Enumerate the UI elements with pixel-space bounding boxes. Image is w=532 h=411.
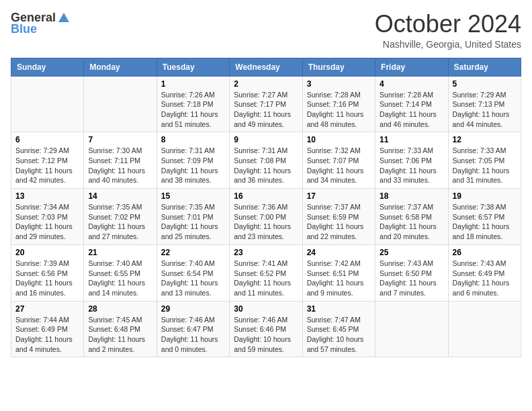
calendar-day-cell: 22Sunrise: 7:40 AM Sunset: 6:54 PM Dayli… xyxy=(157,244,229,301)
calendar-day-cell: 26Sunrise: 7:43 AM Sunset: 6:49 PM Dayli… xyxy=(448,244,521,301)
day-number: 21 xyxy=(88,248,152,257)
calendar-day-cell: 18Sunrise: 7:37 AM Sunset: 6:58 PM Dayli… xyxy=(375,189,448,245)
calendar-day-cell: 24Sunrise: 7:42 AM Sunset: 6:51 PM Dayli… xyxy=(302,244,375,301)
calendar-day-cell: 16Sunrise: 7:36 AM Sunset: 7:00 PM Dayli… xyxy=(230,189,302,245)
day-info: Sunrise: 7:42 AM Sunset: 6:51 PM Dayligh… xyxy=(307,259,371,298)
day-info: Sunrise: 7:29 AM Sunset: 7:13 PM Dayligh… xyxy=(453,90,517,130)
day-info: Sunrise: 7:30 AM Sunset: 7:11 PM Dayligh… xyxy=(88,146,152,185)
calendar-day-cell: 2Sunrise: 7:27 AM Sunset: 7:17 PM Daylig… xyxy=(230,76,302,132)
day-info: Sunrise: 7:33 AM Sunset: 7:06 PM Dayligh… xyxy=(380,146,443,185)
calendar-day-cell: 21Sunrise: 7:40 AM Sunset: 6:55 PM Dayli… xyxy=(84,244,157,301)
day-number: 17 xyxy=(307,191,371,201)
day-number: 29 xyxy=(161,304,225,314)
day-of-week-header: Monday xyxy=(84,58,157,76)
day-of-week-header: Wednesday xyxy=(230,58,302,76)
month-title: October 2024 xyxy=(375,11,521,38)
day-number: 26 xyxy=(453,248,517,257)
day-info: Sunrise: 7:32 AM Sunset: 7:07 PM Dayligh… xyxy=(307,146,371,185)
day-info: Sunrise: 7:28 AM Sunset: 7:14 PM Dayligh… xyxy=(380,90,443,130)
calendar-day-cell: 11Sunrise: 7:33 AM Sunset: 7:06 PM Dayli… xyxy=(375,132,448,189)
calendar-week-row: 27Sunrise: 7:44 AM Sunset: 6:49 PM Dayli… xyxy=(11,301,521,357)
day-info: Sunrise: 7:33 AM Sunset: 7:05 PM Dayligh… xyxy=(453,146,517,185)
calendar-day-cell: 19Sunrise: 7:38 AM Sunset: 6:57 PM Dayli… xyxy=(448,189,521,245)
day-of-week-header: Sunday xyxy=(11,58,84,76)
day-number: 2 xyxy=(234,79,298,89)
day-info: Sunrise: 7:39 AM Sunset: 6:56 PM Dayligh… xyxy=(15,259,79,298)
svg-marker-0 xyxy=(58,13,69,22)
logo: General Blue xyxy=(11,11,71,36)
calendar-day-cell: 25Sunrise: 7:43 AM Sunset: 6:50 PM Dayli… xyxy=(375,244,448,301)
day-info: Sunrise: 7:41 AM Sunset: 6:52 PM Dayligh… xyxy=(234,259,298,298)
header-row: SundayMondayTuesdayWednesdayThursdayFrid… xyxy=(11,58,521,76)
calendar-day-cell: 12Sunrise: 7:33 AM Sunset: 7:05 PM Dayli… xyxy=(448,132,521,189)
day-of-week-header: Saturday xyxy=(448,58,521,76)
day-info: Sunrise: 7:35 AM Sunset: 7:02 PM Dayligh… xyxy=(88,202,152,242)
calendar-day-cell: 4Sunrise: 7:28 AM Sunset: 7:14 PM Daylig… xyxy=(375,76,448,132)
logo-blue-text: Blue xyxy=(11,22,37,36)
calendar-day-cell: 17Sunrise: 7:37 AM Sunset: 6:59 PM Dayli… xyxy=(302,189,375,245)
calendar-day-cell xyxy=(11,76,84,132)
calendar-week-row: 1Sunrise: 7:26 AM Sunset: 7:18 PM Daylig… xyxy=(11,76,521,132)
day-info: Sunrise: 7:45 AM Sunset: 6:48 PM Dayligh… xyxy=(88,315,152,355)
day-info: Sunrise: 7:29 AM Sunset: 7:12 PM Dayligh… xyxy=(15,146,79,185)
calendar-day-cell: 8Sunrise: 7:31 AM Sunset: 7:09 PM Daylig… xyxy=(157,132,229,189)
calendar-day-cell: 30Sunrise: 7:46 AM Sunset: 6:46 PM Dayli… xyxy=(230,301,302,357)
calendar-table: SundayMondayTuesdayWednesdayThursdayFrid… xyxy=(11,58,521,358)
title-area: October 2024 Nashville, Georgia, United … xyxy=(375,11,521,50)
day-info: Sunrise: 7:43 AM Sunset: 6:49 PM Dayligh… xyxy=(453,259,517,298)
day-info: Sunrise: 7:47 AM Sunset: 6:45 PM Dayligh… xyxy=(307,315,371,355)
day-info: Sunrise: 7:43 AM Sunset: 6:50 PM Dayligh… xyxy=(380,259,443,298)
day-number: 18 xyxy=(380,191,443,201)
day-info: Sunrise: 7:36 AM Sunset: 7:00 PM Dayligh… xyxy=(234,202,298,242)
day-info: Sunrise: 7:46 AM Sunset: 6:47 PM Dayligh… xyxy=(161,315,225,355)
day-number: 19 xyxy=(453,191,517,201)
day-info: Sunrise: 7:40 AM Sunset: 6:55 PM Dayligh… xyxy=(88,259,152,298)
day-info: Sunrise: 7:40 AM Sunset: 6:54 PM Dayligh… xyxy=(161,259,225,298)
day-number: 15 xyxy=(161,191,225,201)
day-number: 31 xyxy=(307,304,371,314)
calendar-day-cell: 13Sunrise: 7:34 AM Sunset: 7:03 PM Dayli… xyxy=(11,189,84,245)
day-number: 1 xyxy=(161,79,225,89)
day-of-week-header: Friday xyxy=(375,58,448,76)
day-info: Sunrise: 7:37 AM Sunset: 6:59 PM Dayligh… xyxy=(307,202,371,242)
day-number: 25 xyxy=(380,248,443,257)
calendar-day-cell: 3Sunrise: 7:28 AM Sunset: 7:16 PM Daylig… xyxy=(302,76,375,132)
calendar-day-cell xyxy=(448,301,521,357)
calendar-day-cell: 5Sunrise: 7:29 AM Sunset: 7:13 PM Daylig… xyxy=(448,76,521,132)
calendar-day-cell: 20Sunrise: 7:39 AM Sunset: 6:56 PM Dayli… xyxy=(11,244,84,301)
calendar-day-cell: 31Sunrise: 7:47 AM Sunset: 6:45 PM Dayli… xyxy=(302,301,375,357)
day-info: Sunrise: 7:27 AM Sunset: 7:17 PM Dayligh… xyxy=(234,90,298,130)
day-info: Sunrise: 7:46 AM Sunset: 6:46 PM Dayligh… xyxy=(234,315,298,355)
calendar-header: SundayMondayTuesdayWednesdayThursdayFrid… xyxy=(11,58,521,76)
day-number: 30 xyxy=(234,304,298,314)
day-info: Sunrise: 7:31 AM Sunset: 7:09 PM Dayligh… xyxy=(161,146,225,185)
day-number: 10 xyxy=(307,135,371,144)
calendar-day-cell: 23Sunrise: 7:41 AM Sunset: 6:52 PM Dayli… xyxy=(230,244,302,301)
calendar-day-cell: 6Sunrise: 7:29 AM Sunset: 7:12 PM Daylig… xyxy=(11,132,84,189)
calendar-day-cell: 1Sunrise: 7:26 AM Sunset: 7:18 PM Daylig… xyxy=(157,76,229,132)
day-number: 9 xyxy=(234,135,298,144)
day-number: 8 xyxy=(161,135,225,144)
calendar-day-cell: 27Sunrise: 7:44 AM Sunset: 6:49 PM Dayli… xyxy=(11,301,84,357)
day-info: Sunrise: 7:35 AM Sunset: 7:01 PM Dayligh… xyxy=(161,202,225,242)
day-number: 13 xyxy=(15,191,79,201)
day-number: 12 xyxy=(453,135,517,144)
calendar-week-row: 6Sunrise: 7:29 AM Sunset: 7:12 PM Daylig… xyxy=(11,132,521,189)
calendar-day-cell: 28Sunrise: 7:45 AM Sunset: 6:48 PM Dayli… xyxy=(84,301,157,357)
location: Nashville, Georgia, United States xyxy=(375,39,521,50)
day-number: 4 xyxy=(380,79,443,89)
day-info: Sunrise: 7:26 AM Sunset: 7:18 PM Dayligh… xyxy=(161,90,225,130)
day-info: Sunrise: 7:28 AM Sunset: 7:16 PM Dayligh… xyxy=(307,90,371,130)
day-number: 14 xyxy=(88,191,152,201)
day-number: 6 xyxy=(15,135,79,144)
day-number: 3 xyxy=(307,79,371,89)
calendar-body: 1Sunrise: 7:26 AM Sunset: 7:18 PM Daylig… xyxy=(11,76,521,357)
page-header: General Blue October 2024 Nashville, Geo… xyxy=(11,11,521,50)
calendar-day-cell: 9Sunrise: 7:31 AM Sunset: 7:08 PM Daylig… xyxy=(230,132,302,189)
calendar-day-cell xyxy=(84,76,157,132)
day-number: 16 xyxy=(234,191,298,201)
day-number: 28 xyxy=(88,304,152,314)
day-number: 7 xyxy=(88,135,152,144)
day-of-week-header: Thursday xyxy=(302,58,375,76)
calendar-day-cell: 10Sunrise: 7:32 AM Sunset: 7:07 PM Dayli… xyxy=(302,132,375,189)
